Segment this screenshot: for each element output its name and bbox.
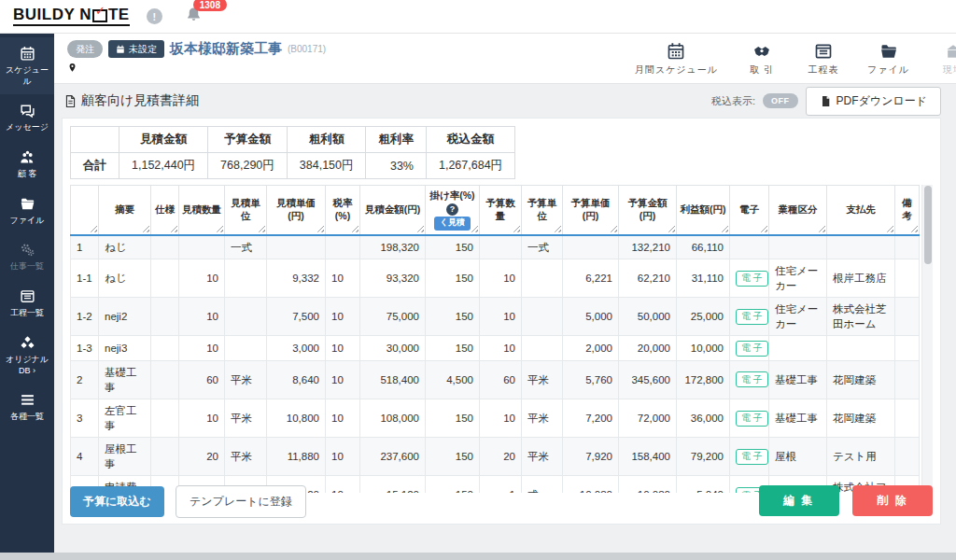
pdf-download-button[interactable]: PDFダウンロード: [806, 87, 941, 116]
table-cell: 基礎工事: [99, 360, 151, 399]
calendar-icon: [667, 42, 685, 61]
column-resize-handle[interactable]: [90, 225, 97, 232]
sidebar-item-label: 各種一覧: [10, 412, 44, 423]
table-cell: [267, 235, 326, 259]
card-footer: 予算に取込む テンプレートに登録 編 集 削 除: [70, 485, 933, 518]
table-row[interactable]: 1-2neji2107,5001075,000150105,00050,0002…: [71, 297, 920, 335]
column-resize-handle[interactable]: [554, 225, 561, 232]
table-cell: 平米: [522, 360, 563, 399]
notifications-button[interactable]: 1308: [185, 6, 203, 27]
table-cell: 9,332: [267, 259, 326, 297]
sidebar-item[interactable]: 各種一覧: [0, 384, 54, 430]
chat-icon: [20, 103, 35, 119]
info-icon[interactable]: !: [147, 8, 162, 24]
table-cell: [151, 336, 179, 361]
table-cell: 20,000: [619, 336, 677, 361]
project-action[interactable]: 取 引: [744, 42, 780, 77]
table-cell: 1: [71, 235, 99, 259]
column-resize-handle[interactable]: [351, 225, 358, 232]
sidebar-item[interactable]: 仕事一覧: [0, 233, 54, 280]
column-resize-handle[interactable]: [216, 225, 223, 232]
column-resize-handle[interactable]: [760, 225, 767, 232]
summary-header-cell: 税込金額: [426, 127, 514, 153]
table-cell: 2,000: [563, 336, 619, 361]
summary-header-cell: 予算金額: [208, 127, 288, 153]
table-cell: 75,000: [360, 297, 426, 335]
project-action[interactable]: 現場: [935, 42, 956, 77]
table-cell: 基礎工事: [769, 360, 827, 399]
edit-button[interactable]: 編 集: [759, 485, 839, 516]
project-action[interactable]: 月間スケジュール: [635, 42, 718, 77]
summary-header-row: 見積金額予算金額粗利額粗利率税込金額: [71, 127, 515, 153]
sidebar-item-label: 顧 客: [18, 169, 37, 180]
column-resize-handle[interactable]: [416, 225, 424, 232]
table-cell: [827, 235, 895, 259]
window-horizontal-scrollbar[interactable]: [0, 553, 956, 560]
table-cell: 7,920: [563, 438, 619, 476]
table-cell: [179, 235, 225, 259]
help-icon[interactable]: ?: [446, 203, 458, 216]
table-cell: [522, 336, 563, 361]
column-resize-handle[interactable]: [668, 225, 675, 232]
table-row[interactable]: 4屋根工事20平米11,88010237,60015020平米7,920158,…: [71, 438, 920, 476]
column-resize-handle[interactable]: [818, 225, 825, 232]
table-row[interactable]: 1ねじ一式198,320150一式132,21066,110: [71, 235, 920, 259]
sidebar-item[interactable]: 工程一覧: [0, 280, 54, 327]
column-resize-handle[interactable]: [258, 225, 265, 232]
column-resize-handle[interactable]: [886, 225, 893, 232]
table-scrollbar[interactable]: [921, 185, 933, 493]
delete-button[interactable]: 削 除: [852, 485, 933, 516]
table-cell: 8,640: [267, 360, 326, 399]
table-header-cell: 仕様: [151, 186, 179, 235]
folder-icon: [20, 196, 35, 212]
table-row[interactable]: 1-3neji3103,0001030,000150102,00020,0001…: [71, 336, 920, 361]
table-cell: 10: [179, 297, 225, 335]
column-resize-handle[interactable]: [513, 225, 520, 232]
sidebar-item-label: 仕事一覧: [10, 261, 44, 273]
tax-toggle[interactable]: OFF: [763, 93, 798, 108]
sidebar-item[interactable]: ファイル: [0, 188, 54, 234]
import-to-budget-button[interactable]: 予算に取込む: [70, 486, 164, 517]
users-icon: [20, 149, 35, 165]
project-action[interactable]: 工程表: [806, 42, 841, 77]
column-resize-handle[interactable]: [170, 225, 177, 232]
project-action[interactable]: ファイル: [867, 42, 909, 77]
table-cell: 3,000: [267, 336, 326, 361]
table-cell: 66,110: [677, 235, 730, 259]
register-template-button[interactable]: テンプレートに登録: [176, 485, 306, 518]
estimate-detail-card: 見積金額予算金額粗利額粗利率税込金額合計1,152,440円768,290円38…: [62, 118, 941, 525]
column-resize-handle[interactable]: [142, 225, 149, 232]
table-cell: [522, 259, 563, 297]
folder-icon: [879, 42, 898, 61]
project-title[interactable]: 坂本様邸新築工事: [170, 40, 282, 58]
sidebar-item[interactable]: メッセージ: [0, 94, 54, 141]
table-cell: 10: [480, 399, 522, 437]
sidebar-item[interactable]: オリジナルDB ›: [0, 327, 54, 384]
table-cell: [522, 297, 563, 335]
column-resize-handle[interactable]: [910, 225, 918, 232]
column-resize-handle[interactable]: [316, 225, 324, 232]
table-cell: 10: [326, 399, 360, 437]
project-code: (B00171): [288, 44, 326, 54]
sidebar-item[interactable]: スケジュール: [0, 37, 54, 94]
table-header-cell: [71, 186, 99, 235]
column-resize-handle[interactable]: [610, 225, 617, 232]
table-row[interactable]: 3左官工事10平米10,80010108,00015010平米7,20072,0…: [71, 399, 920, 437]
app-logo[interactable]: BUILDY N✓TE: [13, 7, 130, 26]
table-cell: 237,600: [360, 438, 426, 476]
mini-calendar-icon: [116, 45, 125, 54]
map-pin-icon[interactable]: [67, 63, 77, 73]
column-resize-handle[interactable]: [721, 225, 728, 232]
table-cell: 10: [480, 336, 522, 361]
table-cell: 150: [426, 336, 480, 361]
table-row[interactable]: 2基礎工事60平米8,64010518,4004,50060平米5,760345…: [71, 360, 920, 399]
page-title-label: 顧客向け見積書詳細: [81, 92, 199, 109]
sidebar-item[interactable]: 顧 客: [0, 141, 54, 188]
table-scrollbar-thumb[interactable]: [924, 186, 932, 264]
table-cell: 108,000: [360, 399, 426, 437]
project-header: 発注 未設定 坂本様邸新築工事 (B00171) 月間スケジュール取 引工程表フ…: [54, 34, 956, 84]
table-header-cell: 予算単位: [522, 186, 563, 235]
table-row[interactable]: 1-1ねじ109,3321093,320150106,22162,21031,1…: [71, 259, 920, 297]
logo-text-right: TE: [108, 7, 130, 22]
table-cell: ねじ: [99, 235, 151, 259]
